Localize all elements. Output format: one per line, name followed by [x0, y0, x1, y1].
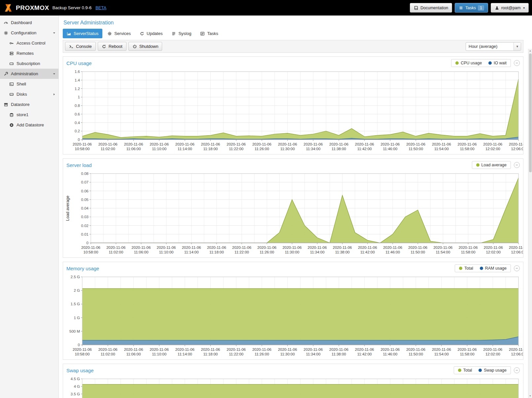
svg-text:2020-11-06: 2020-11-06 [509, 142, 523, 146]
svg-text:11:02:00: 11:02:00 [101, 352, 115, 356]
timeframe-select[interactable]: Hour (average) ▼ [466, 42, 521, 51]
chart-legend: TotalSwap usage [454, 366, 511, 374]
legend-item-total[interactable]: Total [455, 368, 475, 373]
sidebar-item-label: Disks [17, 92, 27, 97]
svg-text:2020-11-06: 2020-11-06 [278, 348, 297, 351]
sidebar-item-datastore[interactable]: Datastore [0, 99, 58, 110]
legend-item-ram-usage[interactable]: RAM usage [477, 266, 510, 271]
svg-text:11:14:00: 11:14:00 [184, 250, 199, 254]
legend-item-total[interactable]: Total [456, 266, 476, 271]
list-icon [459, 6, 463, 10]
collapse-panel-button[interactable] [514, 60, 520, 66]
legend-dot [476, 163, 479, 167]
caret-down-icon [52, 72, 56, 76]
legend-dot [455, 61, 459, 65]
svg-text:11:18:00: 11:18:00 [209, 250, 224, 254]
sidebar-item-configuration[interactable]: Configuration [0, 28, 58, 38]
svg-text:0: 0 [87, 241, 89, 245]
sidebar-item-label: Administration [11, 71, 38, 76]
key-icon [9, 41, 14, 46]
svg-text:2020-11-06: 2020-11-06 [308, 246, 327, 249]
panel-header: CPU usageCPU usageIO wait [63, 57, 523, 69]
svg-text:11:58:00: 11:58:00 [460, 352, 475, 356]
legend-item-cpu-usage[interactable]: CPU usage [452, 61, 485, 65]
svg-text:10:58:00: 10:58:00 [75, 352, 90, 356]
legend-dot [488, 61, 492, 65]
collapse-panel-button[interactable] [514, 367, 520, 373]
svg-text:11:54:00: 11:54:00 [434, 147, 449, 151]
svg-text:11:46:00: 11:46:00 [383, 352, 398, 356]
chart-host: 0500 M1 G1.5 G2 G2.5 G2020-11-0610:58:00… [63, 274, 523, 359]
power-icon [132, 44, 137, 49]
combo-trigger[interactable]: ▼ [514, 43, 521, 50]
beta-link[interactable]: BETA [95, 5, 106, 10]
svg-text:2020-11-06: 2020-11-06 [358, 246, 377, 249]
scroll-down-arrow[interactable]: ▼ [528, 394, 532, 398]
chart-memory-usage: 0500 M1 G1.5 G2 G2.5 G2020-11-0610:58:00… [63, 274, 523, 359]
database-icon [9, 113, 14, 117]
gears-icon [4, 31, 8, 35]
svg-text:11:22:00: 11:22:00 [234, 250, 249, 254]
svg-text:12:06:00: 12:06:00 [511, 352, 523, 356]
sidebar-item-remotes[interactable]: Remotes [0, 48, 58, 58]
scrollbar-thumb[interactable] [529, 53, 532, 172]
svg-text:2020-11-06: 2020-11-06 [252, 348, 271, 351]
svg-text:11:38:00: 11:38:00 [332, 147, 346, 151]
svg-text:2020-11-06: 2020-11-06 [157, 246, 176, 249]
archive-icon [4, 102, 8, 107]
sidebar-item-dashboard[interactable]: Dashboard [0, 17, 58, 28]
tab-services[interactable]: Services [103, 29, 135, 38]
svg-text:11:26:00: 11:26:00 [260, 250, 274, 254]
svg-text:11:42:00: 11:42:00 [360, 250, 375, 254]
sidebar-item-add-datastore[interactable]: Add Datastore [0, 120, 58, 130]
sidebar-item-administration[interactable]: Administration [0, 69, 58, 79]
collapse-panel-button[interactable] [514, 265, 520, 271]
svg-text:2020-11-06: 2020-11-06 [252, 142, 271, 146]
sidebar-item-label: store1 [17, 112, 28, 117]
scroll-up-arrow[interactable]: ▲ [528, 49, 532, 53]
legend-dot [458, 369, 461, 372]
svg-text:12:02:00: 12:02:00 [485, 147, 500, 151]
sidebar-item-subscription[interactable]: Subscription [0, 58, 58, 69]
svg-text:0.8: 0.8 [75, 104, 80, 108]
content-scrollbar[interactable]: ▲ ▼ [528, 49, 532, 398]
header: PROXMOX Backup Server 0.9-6 BETA Documen… [0, 0, 532, 16]
user-menu-button[interactable]: root@pam ▾ [491, 3, 529, 13]
svg-text:2020-11-06: 2020-11-06 [81, 246, 100, 249]
terminal-icon [9, 82, 14, 86]
panel-server-load: Server loadLoad average00.010.020.030.04… [63, 158, 523, 258]
plus-circle-icon [9, 123, 14, 127]
documentation-button[interactable]: Documentation [410, 3, 452, 13]
sidebar-item-access-control[interactable]: Access Control [0, 38, 58, 48]
panel-header: Server loadLoad average [63, 159, 523, 171]
disk-icon [9, 92, 14, 97]
svg-text:0.07: 0.07 [81, 180, 89, 184]
svg-text:2020-11-06: 2020-11-06 [201, 348, 220, 351]
panel-title: CPU usage [66, 60, 92, 66]
tab-syslog[interactable]: Syslog [167, 29, 195, 38]
svg-text:4.5 G: 4.5 G [71, 377, 80, 381]
svg-text:11:34:00: 11:34:00 [306, 147, 320, 151]
collapse-panel-button[interactable] [514, 162, 520, 168]
console-button[interactable]: Console [65, 42, 96, 51]
chart-host: 00.010.020.030.040.050.060.070.082020-11… [63, 171, 523, 257]
svg-text:11:02:00: 11:02:00 [109, 250, 123, 254]
svg-text:2020-11-06: 2020-11-06 [380, 142, 400, 146]
sidebar-item-label: Dashboard [11, 20, 32, 25]
shutdown-button[interactable]: Shutdown [128, 42, 162, 51]
svg-text:11:34:00: 11:34:00 [306, 352, 320, 356]
tasks-button[interactable]: Tasks 1 [455, 3, 488, 13]
svg-text:2020-11-06: 2020-11-06 [458, 348, 477, 351]
legend-item-io-wait[interactable]: IO wait [485, 61, 510, 65]
sidebar-item-shell[interactable]: Shell [0, 79, 58, 89]
legend-item-swap-usage[interactable]: Swap usage [475, 368, 510, 373]
legend-item-load-average[interactable]: Load average [473, 163, 510, 167]
tab-tasks[interactable]: Tasks [196, 29, 222, 38]
tab-serverstatus[interactable]: ServerStatus [63, 29, 102, 38]
sidebar-item-store1[interactable]: store1 [0, 110, 58, 120]
svg-text:11:50:00: 11:50:00 [410, 250, 425, 254]
svg-text:0.03: 0.03 [81, 215, 89, 219]
tab-updates[interactable]: Updates [136, 29, 166, 38]
reboot-button[interactable]: Reboot [98, 42, 126, 51]
sidebar-item-disks[interactable]: Disks [0, 89, 58, 99]
